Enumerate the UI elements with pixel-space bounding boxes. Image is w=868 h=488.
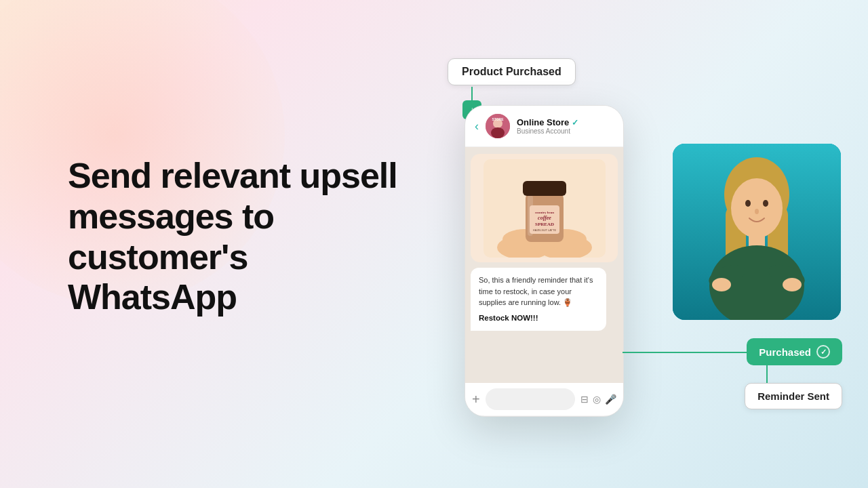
svg-rect-11: [523, 181, 566, 196]
svg-point-25: [755, 209, 759, 214]
headline-line1: Send relevant upsell: [68, 156, 397, 195]
connector-line-horizontal: [623, 352, 768, 353]
svg-text:SPREAD: SPREAD: [534, 222, 553, 227]
svg-point-23: [745, 200, 751, 207]
purchased-badge: Purchased ✓: [747, 338, 842, 365]
phone-mockup: ‹ STORE Online Store ✓ Business Account: [465, 105, 624, 417]
svg-point-24: [763, 200, 768, 207]
headline-text: Send relevant upsell messages to custome…: [68, 156, 420, 318]
svg-point-32: [783, 278, 802, 291]
svg-text:HAZELNUT LATTE: HAZELNUT LATTE: [532, 228, 556, 232]
phone-input-bar: + ⊟ ◎ 🎤: [465, 383, 623, 415]
headline-line3: customer's WhatsApp: [68, 237, 248, 317]
store-name: Online Store ✓: [517, 117, 614, 127]
connector-line-top: [471, 87, 473, 108]
message-text: So, this a friendly reminder that it's t…: [479, 276, 593, 306]
check-circle-icon: ✓: [816, 345, 830, 359]
store-subtitle: Business Account: [517, 127, 614, 135]
phone-header: ‹ STORE Online Store ✓ Business Account: [465, 106, 623, 147]
svg-point-31: [712, 278, 731, 291]
svg-text:country bean: country bean: [534, 211, 553, 214]
back-arrow-icon[interactable]: ‹: [475, 119, 479, 134]
person-photo-card: [673, 144, 841, 320]
svg-text:coffee: coffee: [538, 215, 551, 221]
product-purchased-badge: Product Purchased: [448, 58, 576, 85]
input-action-icons: ⊟ ◎ 🎤: [580, 394, 616, 405]
svg-text:STORE: STORE: [492, 117, 504, 121]
phone-chat-area: country bean coffee SPREAD HAZELNUT LATT…: [465, 147, 623, 383]
store-avatar: STORE: [486, 114, 510, 138]
svg-point-2: [491, 127, 505, 138]
restock-cta: Restock NOW!!!: [479, 312, 598, 324]
product-image-card: country bean coffee SPREAD HAZELNUT LATT…: [471, 154, 618, 262]
camera-icon[interactable]: ⊟: [580, 394, 589, 405]
headline-line2: messages to: [68, 197, 274, 236]
mic-icon[interactable]: 🎤: [605, 394, 616, 405]
product-jar-illustration: country bean coffee SPREAD HAZELNUT LATT…: [484, 159, 606, 258]
image-icon[interactable]: ◎: [593, 394, 601, 405]
store-info: Online Store ✓ Business Account: [517, 117, 614, 135]
person-illustration: [673, 144, 841, 320]
message-input[interactable]: [486, 388, 575, 410]
verified-icon: ✓: [572, 118, 578, 127]
message-bubble: So, this a friendly reminder that it's t…: [471, 268, 606, 331]
photo-background: [673, 144, 841, 320]
purchased-label: Purchased: [759, 346, 811, 358]
add-attachment-icon[interactable]: +: [472, 392, 480, 407]
svg-point-22: [731, 178, 783, 238]
reminder-sent-badge: Reminder Sent: [745, 383, 842, 409]
